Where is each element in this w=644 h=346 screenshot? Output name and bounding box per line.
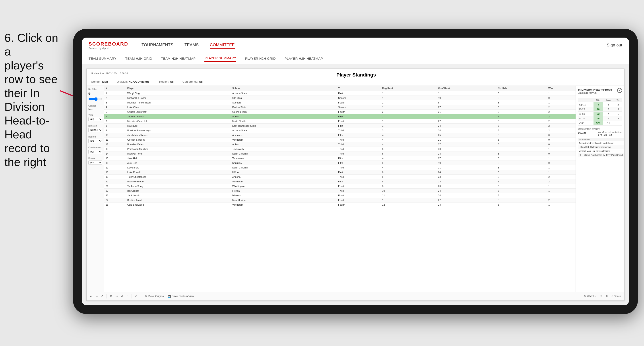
table-row[interactable]: 6 Jackson Koivun Auburn First 1 21 8 2: [104, 114, 576, 119]
cell-no-rds: 8: [496, 193, 547, 198]
table-row[interactable]: 12 Brendan Valles Auburn Third 4 27 8 0: [104, 142, 576, 147]
table-row[interactable]: 9 Preston Summerhays Arizona State Third…: [104, 128, 576, 133]
tournament-header-row: Tournament Event Type Pos Score: [578, 138, 624, 141]
player-select[interactable]: (All): [88, 161, 102, 165]
no-rds-slider[interactable]: [88, 97, 102, 101]
home-button[interactable]: ⌂: [127, 295, 128, 298]
cell-rank: 5: [104, 110, 126, 114]
cell-no-rds: 8: [496, 198, 547, 202]
table-row[interactable]: 22 Ian Gilligan Florida Third 10 24 8 1: [104, 188, 576, 193]
cell-reg-rank: 4: [381, 165, 437, 170]
table-row[interactable]: 5 Christo Lamprecht Georgia Tech Fourth …: [104, 110, 576, 114]
cell-yr: Third: [337, 175, 381, 179]
cell-school: Florida: [231, 188, 337, 193]
table-row[interactable]: 11 Gordon Sargent Vanderbilt Third 4 21 …: [104, 138, 576, 142]
h2h-header-row: Win Loss Tie: [578, 98, 622, 102]
cell-player: Tiger Christensen: [126, 175, 231, 179]
undo-button[interactable]: ↩: [90, 295, 92, 298]
h2h-panel-header: In Division Head-to-Head Jackson Koivun …: [578, 88, 622, 97]
cell-no-rds: 8: [496, 184, 547, 188]
layout-button[interactable]: ⊞: [606, 295, 608, 298]
table-row[interactable]: 15 Jake Hall Tennessee Fifth 4 27 8 1: [104, 156, 576, 161]
cell-player: Jake Hall: [126, 156, 231, 161]
sub-nav-player-h2h-grid[interactable]: PLAYER H2H GRID: [245, 55, 276, 61]
table-row[interactable]: 7 Nicholas Gabrelcik North Florida Fourt…: [104, 119, 576, 124]
redo-button[interactable]: ↪: [96, 295, 98, 298]
table-row[interactable]: 23 Jack Lundin Missouri Fourth 11 24 8 1: [104, 193, 576, 198]
region-select[interactable]: N/a: [88, 139, 102, 143]
cell-yr: Fifth: [337, 133, 381, 138]
table-row[interactable]: 8 Mats Ege East Tennessee State Fifth 1 …: [104, 124, 576, 128]
cell-conf-rank: 21: [437, 114, 496, 119]
table-row[interactable]: 19 Tiger Christensen Arizona Third 8 23 …: [104, 175, 576, 179]
table-row[interactable]: 21 Taehoon Song Washington Fourth 6 23 8…: [104, 184, 576, 188]
timer-button[interactable]: ⏱: [135, 295, 138, 298]
h2h-panel-title: In Division Head-to-Head Jackson Koivun: [578, 88, 612, 97]
grid-button[interactable]: ⊞: [110, 295, 112, 298]
nav-committee[interactable]: COMMITTEE: [210, 41, 235, 49]
sidebar-region: Region N/a: [88, 136, 102, 143]
cell-yr: Second: [337, 105, 381, 110]
view-original-button[interactable]: 👁 View: Original: [144, 295, 164, 298]
table-row[interactable]: 20 Matthew Riedel Vanderbilt Fifth 5 23 …: [104, 179, 576, 184]
cell-reg-rank: 1: [381, 124, 437, 128]
table-row[interactable]: 14 Maxwell Ford North Carolina Third 8 2…: [104, 152, 576, 156]
table-row[interactable]: 3 Michael Thorbjornsen Stanford Fourth 2…: [104, 100, 576, 105]
table-row[interactable]: 1 Wenyi Ding Arizona State First 1 1 8 1: [104, 91, 576, 96]
table-row[interactable]: 17 David Ford North Carolina Third 4 21 …: [104, 165, 576, 170]
cell-win: 2: [547, 175, 576, 179]
table-area: # Player School Yr Reg Rank Conf Rank No…: [104, 86, 576, 292]
cell-rank: 15: [104, 156, 126, 161]
conference-select[interactable]: (All): [88, 150, 102, 154]
cell-yr: Third: [337, 188, 381, 193]
table-row[interactable]: 2 Michael La Sasse Ole Miss Second 1 19 …: [104, 96, 576, 100]
refresh-button[interactable]: ⟲: [101, 295, 103, 298]
cell-reg-rank: 4: [381, 142, 437, 147]
sub-nav-player-h2h-heatmap[interactable]: PLAYER H2H HEATMAP: [284, 55, 323, 61]
cut-button[interactable]: ✂: [116, 295, 118, 298]
upload-button[interactable]: ⬆: [600, 295, 602, 298]
cell-no-rds: 8: [496, 138, 547, 142]
share-button[interactable]: ↗ Share: [611, 295, 621, 298]
sign-out-button[interactable]: Sign out: [607, 42, 622, 49]
table-row[interactable]: 10 Jacob Mou-Dleaux Arkansas Fifth 4 25 …: [104, 133, 576, 138]
add-button[interactable]: ⊕: [121, 295, 123, 298]
panel-title: Player Standings: [128, 72, 584, 78]
sub-nav-team-h2h-grid[interactable]: TEAM H2H GRID: [125, 55, 152, 61]
nav-teams[interactable]: TEAMS: [184, 41, 199, 49]
table-row[interactable]: 25 Cole Sherwood Vanderbilt Fourth 12 23…: [104, 202, 576, 207]
cell-school: Auburn: [231, 142, 337, 147]
cell-school: Arizona State: [231, 91, 337, 96]
h2h-table-body: Top 10 8 3 2 11-25 20 9 5 26-50 22 4 1 5…: [578, 102, 622, 126]
h2h-tie: 1: [614, 112, 622, 116]
table-row[interactable]: 24 Bastien Amat New Mexico Fourth 1 27 8…: [104, 198, 576, 202]
table-row[interactable]: 4 Luke Claton Florida State Second 1 27 …: [104, 105, 576, 110]
nav-tournaments[interactable]: TOURNAMENTS: [142, 41, 174, 49]
table-row[interactable]: 18 Luke Powell UCLA First 6 24 8 1: [104, 170, 576, 175]
division-select[interactable]: NCAA Division I: [88, 128, 102, 132]
sub-nav-team-h2h-heatmap[interactable]: TEAM H2H HEATMAP: [161, 55, 196, 61]
h2h-row: 51-100 46 6 3: [578, 116, 622, 121]
cell-win: 2: [547, 124, 576, 128]
cell-school: North Carolina: [231, 165, 337, 170]
save-custom-view-button[interactable]: 💾 Save Custom View: [168, 295, 194, 298]
h2h-row: 26-50 22 4 1: [578, 112, 622, 116]
cell-yr: Third: [337, 138, 381, 142]
sub-nav-player-summary[interactable]: PLAYER SUMMARY: [204, 55, 236, 62]
h2h-col-loss: Loss: [603, 98, 614, 102]
year-select[interactable]: (All): [88, 117, 102, 121]
table-row[interactable]: 16 Alex Goff Kentucky Fifth 8 19 8 0: [104, 161, 576, 165]
h2h-close-button[interactable]: ×: [617, 88, 622, 93]
cell-school: Vanderbilt: [231, 202, 337, 207]
cell-player: Luke Claton: [126, 105, 231, 110]
sidebar-conference: Conference (All): [88, 146, 102, 154]
cell-win: 2: [547, 198, 576, 202]
h2h-range: 26-50: [578, 112, 594, 116]
tournament-table-body: Amer Am Intercollegiate Invitational Str…: [578, 141, 624, 157]
sub-nav-team-summary[interactable]: TEAM SUMMARY: [88, 55, 116, 61]
cell-no-rds: 8: [496, 96, 547, 100]
table-row[interactable]: 13 Phichaksn Maichon Texas A&M Third 6 3…: [104, 147, 576, 152]
watch-button[interactable]: 👁 Watch ▾: [584, 295, 596, 298]
cell-reg-rank: 2: [381, 100, 437, 105]
cell-no-rds: 8: [496, 202, 547, 207]
